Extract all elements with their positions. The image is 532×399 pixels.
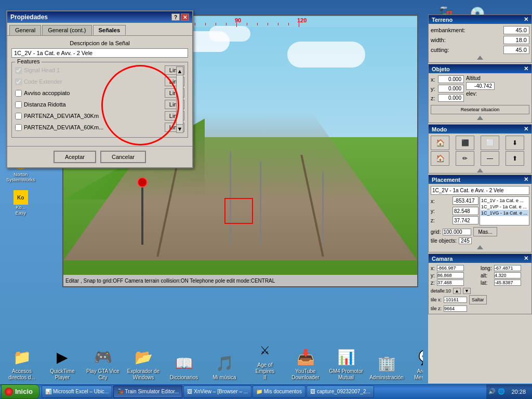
cam-lat-input[interactable] (494, 280, 521, 286)
feature-partenza-30: PARTENZA_DEVIATA_30Km Link (15, 111, 184, 121)
cam-alt-input[interactable] (494, 272, 521, 278)
icon-mi-musica[interactable]: 🎵 Mi música (207, 353, 242, 381)
modo-icon-4[interactable]: ⬇ (506, 136, 524, 150)
icon-quicktime[interactable]: ▶ QuickTimePlayer (45, 347, 80, 381)
modo-icon-6[interactable]: ✏ (456, 151, 474, 166)
cam-z-input[interactable] (437, 280, 464, 286)
modo-icon-3[interactable]: ⬜ (481, 136, 499, 150)
tab-senales[interactable]: Señales (93, 25, 126, 35)
taskbar-item-train-sim[interactable]: 🚂 Train Simulator Editor... (113, 385, 182, 398)
feature-signal-head-1: Signal Head 1 Link (15, 65, 184, 75)
feature-partenza-30-checkbox[interactable] (15, 113, 22, 119)
tray-icon-1: 🔊 (488, 388, 496, 395)
admin-label: Administración (369, 375, 404, 381)
modo-icon-2[interactable]: ⬛ (456, 136, 474, 150)
placement-dropdown-3[interactable]: 1C_1VG - 1a Cat. e ... (481, 210, 528, 216)
cam-x-input[interactable] (437, 265, 464, 271)
dialog-help-button[interactable]: ? (171, 14, 180, 21)
modo-panel: Modo ✕ 🏠 ⬛ ⬜ ⬇ 🏠 ✏ — ⬆ (428, 124, 532, 174)
feature-signal-head-1-checkbox[interactable] (15, 67, 22, 74)
feature-partenza-60-checkbox[interactable] (15, 124, 22, 131)
objeto-close-button[interactable]: ✕ (524, 65, 528, 72)
icon-youtube-dl[interactable]: 📥 YouTubeDownloader (288, 347, 323, 381)
terreno-close-button[interactable]: ✕ (524, 16, 528, 23)
placement-arrow-up[interactable] (477, 245, 483, 249)
feature-code-extender-checkbox[interactable] (15, 78, 22, 85)
tab-general-cont[interactable]: General (cont.) (42, 25, 91, 35)
feature-avviso-label: Avviso accoppiato (24, 90, 70, 96)
detalle-down[interactable]: ▼ (463, 288, 471, 294)
taskbar-item-capture[interactable]: 🖼 capture_09232007_2... (307, 385, 374, 398)
tile-objects-label: tile objects: (431, 238, 457, 244)
tile-x-input[interactable] (444, 297, 467, 303)
placement-title: Placement ✕ (429, 175, 531, 184)
taskbar-item-mis-docs[interactable]: 📁 Mis documentos (252, 385, 305, 398)
grid-label: grid: (431, 229, 441, 235)
modo-close-button[interactable]: ✕ (524, 126, 528, 132)
saltar-button[interactable]: Saltar (469, 295, 487, 304)
dialog-title-icons: ? ✕ (171, 14, 189, 21)
camara-close-button[interactable]: ✕ (524, 255, 528, 262)
icon-diccionarios[interactable]: 📖 Diccionarios (166, 353, 202, 381)
feature-avviso-checkbox[interactable] (15, 90, 22, 97)
cam-y-input[interactable] (437, 272, 464, 278)
placement-dropdown-2[interactable]: 1C_1VP - 1a Cat. e ... (481, 204, 528, 210)
dialog-close-button[interactable]: ✕ (181, 14, 189, 21)
tray-icon-2: 🌐 (498, 388, 505, 395)
modo-icon-5[interactable]: 🏠 (431, 151, 449, 166)
feature-distanza: Distanza Ridotta Link (15, 100, 184, 109)
altitud-value: -40.742 (466, 82, 495, 90)
grid-value-input[interactable] (443, 229, 471, 235)
accesos-label: Accesosdirectos d... (4, 368, 39, 381)
icon-gm4[interactable]: 📊 GM4 PromotorMutual (328, 347, 364, 381)
taskbar-items: 📊 Microsoft Excel – Ubic... 🚂 Train Simu… (42, 385, 487, 398)
feature-partenza-30-label: PARTENZA_DEVIATA_30Km (24, 113, 99, 119)
tile-z-label: tile z: (431, 306, 442, 311)
placement-dropdown-1[interactable]: 1C_1V - 1a Cat. e ... (481, 197, 528, 204)
placement-z-label: z: (431, 218, 435, 223)
start-button[interactable]: Inicio (1, 384, 39, 399)
y-value: 0.000 (438, 85, 464, 92)
tile-z-input[interactable] (444, 305, 467, 312)
icon-gta[interactable]: 🎮 Play GTA ViceCity (85, 347, 121, 381)
aceptar-button[interactable]: Aceptar (54, 151, 96, 163)
modo-icon-8[interactable]: ⬆ (506, 151, 524, 166)
bottom-icons-row: 📁 Accesosdirectos d... ▶ QuickTimePlayer… (0, 338, 423, 381)
feature-distanza-label: Distanza Ridotta (24, 101, 66, 108)
placement-z-input[interactable] (453, 216, 478, 224)
icon-explorador[interactable]: 📂 Explorador deWindows (126, 347, 161, 381)
objeto-arrow-up[interactable] (477, 116, 483, 120)
icon-admin[interactable]: 🏢 Administración (369, 353, 404, 381)
scroll-down-button[interactable]: ▼ (177, 124, 183, 132)
sidebar-item-ko[interactable]: Ko Ko...Easy (5, 189, 36, 217)
features-scrollbar[interactable]: ▲ ▼ (176, 66, 183, 133)
terreno-arrow-up[interactable] (477, 56, 483, 60)
tab-general[interactable]: General (9, 25, 41, 35)
taskbar-mis-docs-label: Mis documentos (264, 389, 302, 394)
quicktime-label: QuickTimePlayer (45, 368, 80, 381)
scroll-up-button[interactable]: ▲ (177, 67, 183, 75)
cam-lat-label: lat: (481, 280, 494, 286)
modo-arrow-up[interactable] (477, 168, 483, 172)
detalle-up[interactable]: ▲ (453, 288, 461, 294)
resetear-button[interactable]: Resetear situacion (431, 105, 529, 114)
placement-y-input[interactable] (453, 207, 478, 215)
placement-x-input[interactable] (453, 196, 478, 205)
cam-y-label: y: (431, 273, 437, 278)
cancelar-button[interactable]: Cancelar (100, 151, 146, 163)
dialog-tabs: General General (cont.) Señales (7, 23, 192, 36)
icon-age-of-empires[interactable]: ⚔ Age of EmpiresII (247, 340, 283, 381)
taskbar-item-xnview[interactable]: 🖼 XnView – [Browser – ... (183, 385, 251, 398)
feature-distanza-checkbox[interactable] (15, 101, 22, 108)
descripcion-value: 1C_2V - 1a Cat. e Avv. - 2 Vele (11, 48, 188, 58)
taskbar: Inicio 📊 Microsoft Excel – Ubic... 🚂 Tra… (0, 383, 532, 399)
icon-accesos[interactable]: 📁 Accesosdirectos d... (4, 347, 39, 381)
cam-long-input[interactable] (494, 265, 521, 271)
ruler-mark-90: 90 (235, 17, 241, 23)
taskbar-item-excel[interactable]: 📊 Microsoft Excel – Ubic... (42, 385, 112, 398)
placement-close-button[interactable]: ✕ (524, 176, 528, 183)
modo-icon-7[interactable]: — (481, 151, 499, 166)
mas-button[interactable]: Mas... (473, 227, 497, 236)
icon-archivos-messenger[interactable]: 💬 ArchivosMessenger (409, 347, 423, 381)
modo-icon-1[interactable]: 🏠 (431, 136, 449, 150)
